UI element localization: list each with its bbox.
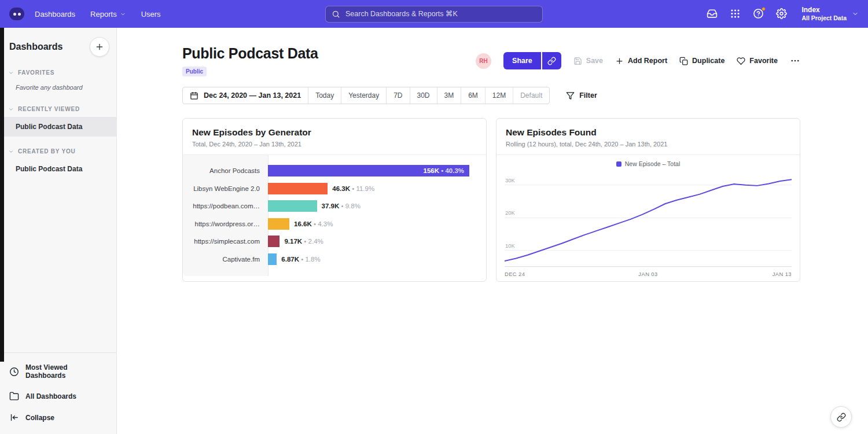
clock-icon <box>9 367 19 377</box>
create-dashboard-button[interactable] <box>90 37 109 57</box>
bar-row: https://simplecast.com9.17K • 2.4% <box>183 233 475 251</box>
add-report-label: Add Report <box>628 57 667 65</box>
date-preset-3m[interactable]: 3M <box>437 87 461 104</box>
chevron-down-icon <box>852 10 859 17</box>
bar-value-label: 16.6K • 4.3% <box>294 220 333 227</box>
help-button[interactable] <box>753 8 764 19</box>
nav-item-label: Reports <box>90 10 117 19</box>
date-preset-30d[interactable]: 30D <box>410 87 437 104</box>
date-preset-today[interactable]: Today <box>308 87 341 104</box>
date-preset-6m[interactable]: 6M <box>461 87 485 104</box>
nav-utilities: IndexAll Project Data <box>707 6 859 22</box>
plus-icon <box>95 42 104 52</box>
project-selector[interactable]: IndexAll Project Data <box>801 6 859 22</box>
bar[interactable]: 156K • 40.3% <box>268 165 469 176</box>
chevron-down-icon <box>8 70 14 76</box>
inbox-icon <box>707 8 718 19</box>
favorite-button[interactable]: Favorite <box>737 57 778 65</box>
bar-category-label: Anchor Podcasts <box>183 167 268 174</box>
page-title: Public Podcast Data <box>182 45 318 62</box>
plus-icon <box>615 57 624 65</box>
sidebar-section-toggle[interactable]: FAVORITES <box>0 61 116 80</box>
sidebar-item-public-podcast-data[interactable]: Public Podcast Data <box>0 117 116 137</box>
sidebar-footer-all-dashboards[interactable]: All Dashboards <box>0 385 116 407</box>
date-preset-yesterday[interactable]: Yesterday <box>341 87 386 104</box>
bar-row: Libsyn WebEngine 2.046.3K • 11.9% <box>183 180 475 198</box>
sidebar-section-toggle[interactable]: RECENTLY VIEWED <box>0 98 116 117</box>
share-link-button[interactable] <box>541 52 561 69</box>
search-input[interactable] <box>345 10 536 18</box>
bar-value-label: 6.87K • 1.8% <box>281 256 320 263</box>
bar[interactable] <box>268 200 317 212</box>
bar-row: Anchor Podcasts156K • 40.3% <box>183 162 475 180</box>
filter-icon <box>566 91 575 100</box>
sidebar-item-public-podcast-data[interactable]: Public Podcast Data <box>0 159 116 179</box>
settings-button[interactable] <box>776 8 787 19</box>
bar-row: Captivate.fm6.87K • 1.8% <box>183 251 475 269</box>
bar-value-label: 9.17K • 2.4% <box>284 238 323 245</box>
header-actions: RH Share Save Add Report <box>476 52 800 69</box>
global-search[interactable] <box>325 6 543 23</box>
bar-category-label: https://podbean.com… <box>183 203 268 209</box>
date-toolbar: Dec 24, 2020 — Jan 13, 2021 TodayYesterd… <box>182 87 800 104</box>
app-logo[interactable] <box>9 8 24 20</box>
date-preset-7d[interactable]: 7D <box>386 87 409 104</box>
logo-dot <box>13 13 16 16</box>
inbox-button[interactable] <box>707 8 718 19</box>
bar[interactable] <box>268 218 289 230</box>
primary-nav: DashboardsReportsUsers <box>35 10 161 19</box>
link-icon <box>837 413 846 422</box>
save-label: Save <box>586 57 603 65</box>
svg-text:20K: 20K <box>505 209 515 216</box>
more-options-button[interactable] <box>790 56 800 66</box>
bar-track: 9.17K • 2.4% <box>268 236 475 247</box>
date-range-control: Dec 24, 2020 — Jan 13, 2021 TodayYesterd… <box>182 87 550 104</box>
line-chart-body: New Episode – Total 10K20K30KDEC 24JAN 0… <box>496 155 800 281</box>
share-button[interactable]: Share <box>503 52 541 69</box>
sidebar-section-toggle[interactable]: CREATED BY YOU <box>0 140 116 159</box>
avatar[interactable]: RH <box>476 53 491 69</box>
top-navbar: DashboardsReportsUsers IndexAll Project … <box>0 0 868 28</box>
apps-grid-button[interactable] <box>730 8 741 19</box>
bar-category-label: https://wordpress.or… <box>183 220 268 227</box>
save-button[interactable]: Save <box>573 57 603 65</box>
chart-subtitle: Rolling (12 hours), total, Dec 24th, 202… <box>506 141 790 148</box>
bar[interactable] <box>268 183 328 194</box>
bar[interactable] <box>268 253 277 265</box>
nav-item-users[interactable]: Users <box>141 10 161 19</box>
search-area <box>325 6 543 23</box>
main-content: Public Podcast Data Public RH Share Save <box>117 28 868 434</box>
nav-item-label: Dashboards <box>35 10 75 19</box>
bar-row: https://podbean.com…37.9K • 9.8% <box>183 197 475 215</box>
bar-value-label: 156K • 40.3% <box>424 167 470 174</box>
nav-item-reports[interactable]: Reports <box>90 10 126 19</box>
line-chart: 10K20K30KDEC 24JAN 03JAN 13 <box>505 169 792 279</box>
title-block: Public Podcast Data Public <box>182 45 318 76</box>
date-range-button[interactable]: Dec 24, 2020 — Jan 13, 2021 <box>183 87 308 104</box>
bar-track: 16.6K • 4.3% <box>268 218 475 230</box>
add-report-button[interactable]: Add Report <box>615 57 667 65</box>
bar-track: 6.87K • 1.8% <box>268 253 475 265</box>
sidebar-section-recently-viewed: RECENTLY VIEWEDPublic Podcast Data <box>0 98 116 137</box>
sidebar-section-label: FAVORITES <box>18 69 54 76</box>
filter-button[interactable]: Filter <box>566 91 597 100</box>
date-preset-default[interactable]: Default <box>513 87 549 104</box>
app-window: DashboardsReportsUsers IndexAll Project … <box>0 0 868 434</box>
favorite-label: Favorite <box>749 57 778 65</box>
sidebar-footer: Most Viewed DashboardsAll DashboardsColl… <box>0 352 116 434</box>
bar-track: 156K • 40.3% <box>268 165 475 176</box>
floating-link-button[interactable] <box>830 406 852 428</box>
bar[interactable] <box>268 236 279 247</box>
bar-category-label: Captivate.fm <box>183 256 268 263</box>
duplicate-button[interactable]: Duplicate <box>679 57 724 65</box>
sidebar-footer-collapse[interactable]: Collapse <box>0 407 116 428</box>
svg-text:30K: 30K <box>505 177 515 183</box>
nav-item-dashboards[interactable]: Dashboards <box>35 10 75 19</box>
sidebar-footer-most-viewed-dashboards[interactable]: Most Viewed Dashboards <box>0 358 116 385</box>
more-icon <box>790 56 800 66</box>
bar-value-label: 37.9K • 9.8% <box>322 203 361 209</box>
date-preset-12m[interactable]: 12M <box>485 87 513 104</box>
bar-track: 46.3K • 11.9% <box>268 183 475 194</box>
apps-grid-icon <box>730 8 741 19</box>
page-header: Public Podcast Data Public RH Share Save <box>182 45 800 76</box>
